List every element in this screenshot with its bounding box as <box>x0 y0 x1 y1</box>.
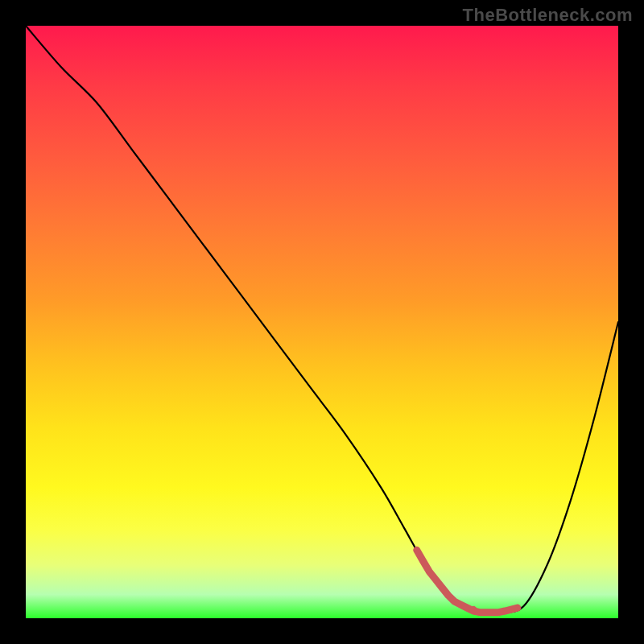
chart-frame: TheBottleneck.com <box>0 0 644 644</box>
plot-area <box>26 26 618 618</box>
optimal-range-dot <box>469 606 477 614</box>
optimal-range-marker <box>417 550 518 612</box>
bottleneck-curve <box>26 26 618 613</box>
curve-layer <box>26 26 618 618</box>
watermark-label: TheBottleneck.com <box>463 5 633 26</box>
